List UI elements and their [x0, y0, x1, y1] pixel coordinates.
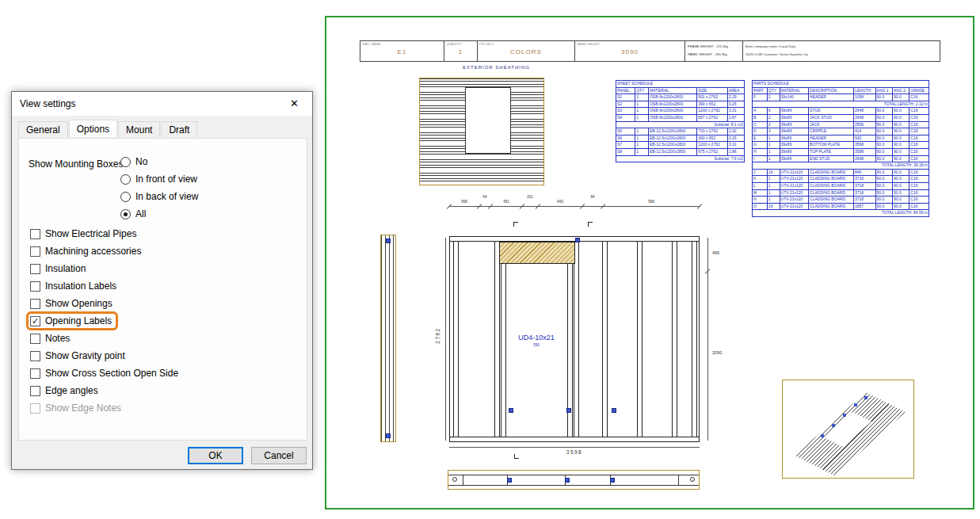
subtotal-row: Subtotal: 8.1 m2 — [616, 121, 745, 128]
checkbox-box[interactable] — [30, 368, 40, 379]
radio-no[interactable]: No — [120, 156, 147, 167]
checkbox-label: Show Edge Notes — [45, 403, 121, 414]
drawing-viewport[interactable]: WALL PANEL E1 QUANTITY 1 PROJECT COLORS … — [325, 16, 974, 509]
cell: 2506 — [853, 121, 875, 128]
bottom-elevation-view[interactable] — [448, 470, 700, 490]
cell: C16 — [909, 128, 929, 135]
stud-line — [637, 242, 643, 437]
cell-label: PANEL HEIGHT — [577, 42, 600, 46]
cell: 90.0 — [892, 121, 909, 128]
column-header: AREA — [727, 87, 744, 94]
sheathing-opening — [465, 87, 511, 154]
cell: C16 — [909, 189, 929, 197]
title-block: WALL PANEL E1 QUANTITY 1 PROJECT COLORS … — [360, 40, 940, 62]
radio-all[interactable]: All — [120, 208, 146, 219]
cell: 1 — [767, 142, 780, 149]
checkbox-label: Insulation — [45, 263, 86, 274]
panel-weight: PANEL WEIGHT - 260.3kg — [688, 52, 727, 56]
checkbox-box[interactable] — [30, 229, 40, 239]
cell: D — [753, 128, 768, 135]
cell: 1.87 — [727, 114, 744, 121]
table-row: A639x89STUD264890.090.0C16 — [753, 108, 929, 115]
cell: HEADER — [809, 135, 854, 142]
cell-value: E1 — [360, 48, 444, 55]
cell: UTV-21x120 — [780, 176, 809, 183]
checkbox-box[interactable] — [30, 334, 40, 344]
checkbox-show-electrical-pipes[interactable]: Show Electrical Pipes — [29, 227, 140, 241]
cell: 90.0 — [875, 114, 892, 121]
column-header: LENGTH — [853, 87, 875, 94]
checkbox-box[interactable] — [30, 246, 40, 257]
cell: C16 — [909, 148, 929, 155]
panel-side-view[interactable] — [380, 235, 396, 442]
cell: 90.0 — [892, 176, 909, 183]
checkbox-box[interactable] — [30, 264, 40, 274]
checkbox-show-gravity-point[interactable]: Show Gravity point — [29, 349, 129, 363]
cell: 90.0 — [875, 176, 892, 183]
cell: CLADDING BOARD — [809, 203, 854, 210]
cell: 90.0 — [875, 203, 892, 210]
radio-circle[interactable] — [120, 157, 131, 167]
cell: 1 — [767, 176, 780, 183]
checkbox-show-edge-notes[interactable]: Show Edge Notes — [29, 401, 125, 415]
radio-in-back-of-view[interactable]: In back of view — [120, 191, 198, 202]
close-icon[interactable]: ✕ — [276, 92, 312, 115]
checkbox-box[interactable] — [30, 403, 40, 414]
checkbox-box[interactable]: ✓ — [30, 316, 40, 326]
checkbox-box[interactable] — [30, 351, 40, 361]
cell: 1 — [635, 101, 649, 108]
cell: 90.0 — [875, 148, 892, 155]
checkbox-insulation[interactable]: Insulation — [29, 261, 90, 276]
wall-frame-view[interactable]: UD4-10x21 590 — [449, 236, 700, 442]
parts-schedule-table: PARTS SCHEDULEPARTQTYMATERIALDESCRIPTION… — [752, 80, 929, 217]
checkbox-machining-accessories[interactable]: Machining accessories — [29, 244, 145, 258]
checkbox-insulation-labels[interactable]: Insulation Labels — [29, 279, 120, 293]
checkbox-box[interactable] — [30, 299, 40, 309]
radio-circle[interactable] — [120, 192, 131, 202]
cell: 1 — [635, 94, 649, 101]
sheathing-view[interactable] — [419, 78, 544, 185]
cell: 1 — [635, 135, 649, 142]
dim-right-top: 456 — [712, 250, 719, 255]
cell: 90.0 — [875, 169, 892, 176]
left-dimension-line — [445, 238, 446, 441]
checkbox-edge-angles[interactable]: Edge angles — [29, 384, 102, 398]
radio-circle[interactable] — [120, 174, 131, 185]
cell: N — [753, 197, 768, 204]
tab-draft[interactable]: Draft — [161, 121, 197, 137]
isometric-view[interactable] — [782, 380, 914, 479]
dialog-titlebar[interactable]: View settings ✕ — [12, 92, 312, 116]
cell: 90.0 — [892, 169, 909, 176]
tab-options[interactable]: Options — [69, 120, 117, 137]
table-row: S11OSB-9x1200x2800931 x 27622.29 — [616, 94, 745, 101]
radio-circle[interactable] — [120, 209, 131, 219]
checkbox-show-cross-section-open-side[interactable]: Show Cross Section Open Side — [29, 366, 182, 380]
cancel-button[interactable]: Cancel — [251, 447, 307, 464]
cell: 39x89 — [780, 135, 809, 142]
checkbox-box[interactable] — [30, 386, 40, 396]
cell: 1200 x 2762 — [697, 108, 728, 115]
ok-button[interactable]: OK — [188, 447, 243, 464]
frame-weight: FRAME WEIGHT - 172.4kg — [688, 44, 728, 48]
cell: EB-12.5x1200x2800 — [648, 148, 696, 155]
table-row: H139x89TOP PLATE359890.090.0C16 — [753, 148, 929, 155]
dim-left: 2762 — [435, 327, 440, 343]
exterior-sheathing-label: EXTERIOR SHEATHING — [463, 65, 530, 70]
cell: UTV-21x120 — [780, 203, 809, 210]
checkbox-show-openings[interactable]: Show Openings — [29, 296, 116, 311]
checkbox-box[interactable] — [30, 281, 40, 292]
mounting-box-marker — [864, 396, 868, 399]
cell-label: PROJECT — [479, 42, 494, 46]
cell: C16 — [909, 121, 929, 128]
cell: C16 — [909, 135, 929, 142]
mounting-box-marker — [565, 478, 570, 483]
tab-mount[interactable]: Mount — [118, 121, 160, 137]
checkbox-notes[interactable]: Notes — [29, 331, 74, 345]
cell: OSB-9x1200x2800 — [648, 94, 696, 101]
checkbox-opening-labels[interactable]: ✓Opening Labels — [29, 314, 116, 328]
tab-general[interactable]: General — [18, 121, 68, 137]
cell: 2648 — [853, 108, 875, 115]
cell: 3598 — [853, 148, 875, 155]
radio-in-front-of-view[interactable]: In front of view — [120, 174, 197, 185]
section-mark — [513, 222, 518, 227]
